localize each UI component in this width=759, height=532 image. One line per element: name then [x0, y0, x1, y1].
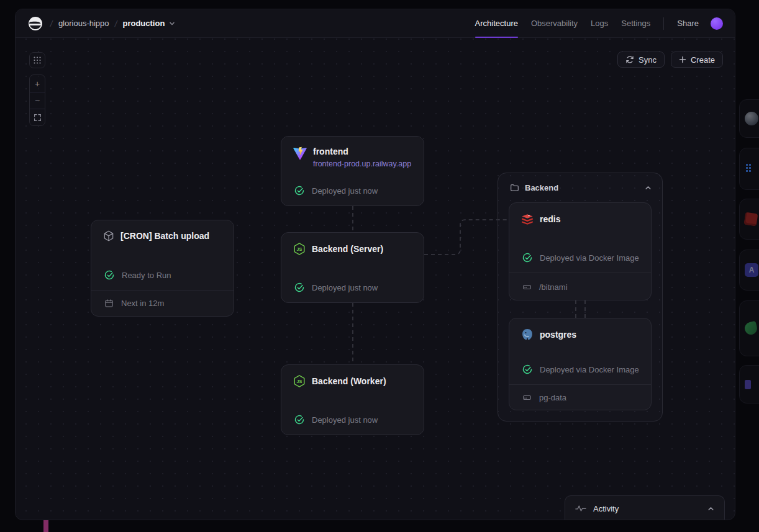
deploy-status: Deployed just now: [312, 283, 378, 292]
create-label: Create: [691, 55, 715, 65]
background-card: [739, 148, 759, 190]
activity-label: Activity: [593, 504, 619, 513]
chevron-up-icon[interactable]: [645, 184, 652, 191]
header-divider: [663, 17, 664, 30]
service-domain-link[interactable]: frontend-prod.up.railway.app: [313, 160, 411, 168]
tab-architecture[interactable]: Architecture: [475, 9, 518, 37]
background-accent-bar: [43, 520, 48, 532]
header-tabs: Architecture Observability Logs Settings: [475, 9, 651, 37]
purple-block-icon: [745, 380, 751, 389]
check-circle-icon: [522, 364, 532, 374]
service-name: redis: [540, 214, 560, 225]
deploy-status: Deployed via Docker Image: [540, 365, 639, 374]
fit-view-button[interactable]: [30, 109, 45, 125]
background-card: [739, 300, 759, 356]
check-circle-icon: [294, 186, 304, 196]
group-header[interactable]: Backend: [498, 173, 662, 202]
sync-button[interactable]: Sync: [617, 52, 665, 68]
chevron-up-icon[interactable]: [707, 505, 714, 512]
zoom-controls: + −: [29, 74, 45, 126]
service-card-backend-server[interactable]: JS Backend (Server) Deployed just now: [281, 232, 424, 303]
breadcrumb-separator: /: [114, 19, 118, 29]
plus-icon: [679, 56, 686, 63]
environment-selector[interactable]: production: [122, 19, 175, 28]
folder-icon: [510, 183, 519, 192]
canvas-actions: Sync Create: [617, 52, 723, 68]
service-name: Backend (Server): [312, 243, 383, 255]
tab-logs[interactable]: Logs: [591, 9, 608, 37]
red-cube-icon: [744, 212, 758, 227]
check-circle-icon: [294, 415, 304, 425]
tab-observability[interactable]: Observability: [531, 9, 578, 37]
environment-label: production: [122, 19, 165, 28]
background-card: A: [739, 250, 759, 291]
sync-icon: [625, 55, 634, 64]
svg-text:JS: JS: [297, 379, 302, 384]
tab-settings[interactable]: Settings: [621, 9, 650, 37]
service-card-backend-worker[interactable]: JS Backend (Worker) Deployed just now: [281, 364, 424, 435]
deploy-status: Deployed just now: [312, 415, 378, 425]
cron-next-run: Next in 12m: [121, 299, 164, 308]
nodejs-icon: JS: [293, 242, 306, 256]
breadcrumb: / glorious-hippo / production: [50, 19, 175, 29]
sync-label: Sync: [639, 55, 657, 65]
volume-icon: [522, 393, 532, 402]
redis-icon: [520, 212, 534, 226]
volume-row[interactable]: pg-data: [509, 384, 651, 410]
service-card-redis[interactable]: redis Deployed via Docker Image: [509, 202, 652, 300]
zoom-in-button[interactable]: +: [30, 75, 45, 92]
zoom-out-button[interactable]: −: [30, 92, 45, 109]
app-window: / glorious-hippo / production Architectu…: [15, 9, 735, 520]
background-card: [739, 199, 759, 240]
postgres-icon: [520, 328, 534, 341]
service-card-cron[interactable]: [CRON] Batch upload Ready to Run Next in…: [91, 220, 234, 317]
leaf-icon: [743, 321, 758, 336]
project-header: / glorious-hippo / production Architectu…: [16, 9, 735, 38]
letter-badge-icon: A: [745, 263, 758, 277]
layout-grid-button[interactable]: [29, 52, 45, 68]
chevron-down-icon: [169, 20, 175, 27]
service-card-postgres[interactable]: postgres Deployed via Docker Image: [509, 318, 652, 410]
service-name: postgres: [540, 329, 576, 341]
volume-icon: [522, 282, 532, 292]
deploy-status: Deployed via Docker Image: [540, 253, 639, 263]
service-name: frontend: [313, 146, 411, 158]
background-card: [739, 99, 759, 138]
railway-logo-icon[interactable]: [28, 16, 43, 31]
volume-path: /bitnami: [539, 282, 568, 292]
activity-panel[interactable]: Activity: [565, 495, 725, 520]
service-card-frontend[interactable]: frontend frontend-prod.up.railway.app De…: [281, 136, 424, 206]
architecture-canvas[interactable]: + − Sync: [16, 38, 735, 520]
check-circle-icon: [522, 253, 532, 263]
grid-dots-icon: [33, 56, 42, 65]
share-button[interactable]: Share: [677, 19, 699, 28]
dots-icon: [745, 162, 756, 176]
nodejs-icon: JS: [293, 374, 306, 388]
cube-icon: [102, 230, 115, 242]
deploy-status: Deployed just now: [312, 186, 378, 196]
vite-icon: [293, 146, 307, 161]
service-name: [CRON] Batch upload: [120, 230, 209, 242]
breadcrumb-project[interactable]: glorious-hippo: [58, 19, 109, 28]
sphere-icon: [745, 112, 758, 125]
service-group-backend[interactable]: Backend: [498, 173, 663, 422]
pulse-icon: [575, 504, 586, 513]
group-name: Backend: [525, 183, 558, 192]
volume-row[interactable]: /bitnami: [509, 273, 651, 300]
breadcrumb-separator: /: [50, 19, 54, 29]
expand-icon: [34, 114, 42, 122]
cron-schedule-row[interactable]: Next in 12m: [91, 290, 234, 316]
volume-path: pg-data: [539, 393, 566, 402]
cron-status: Ready to Run: [122, 271, 171, 280]
service-name: Backend (Worker): [312, 376, 386, 387]
calendar-icon: [104, 299, 114, 308]
check-circle-icon: [104, 270, 114, 280]
avatar[interactable]: [711, 17, 723, 30]
background-card: [739, 365, 759, 404]
create-button[interactable]: Create: [671, 52, 723, 68]
edge-server-redis: [424, 220, 509, 255]
svg-text:JS: JS: [297, 246, 302, 252]
check-circle-icon: [294, 282, 304, 292]
